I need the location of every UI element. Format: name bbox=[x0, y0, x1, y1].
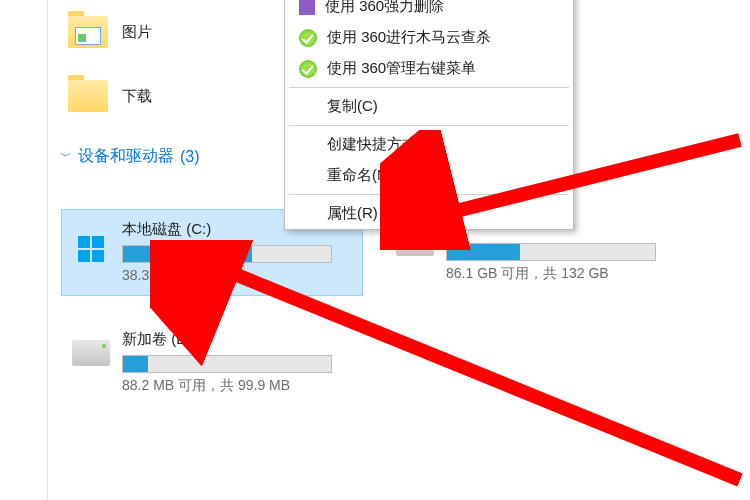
drive-usage-bar bbox=[122, 355, 332, 373]
left-rail bbox=[0, 0, 48, 500]
menu-separator bbox=[289, 194, 569, 195]
drive-info: 38.3 GB 可 bbox=[122, 267, 352, 285]
menu-label: 重命名(M) bbox=[327, 166, 395, 185]
folder-icon bbox=[68, 80, 108, 112]
drive-info: 88.2 MB 可用，共 99.9 MB bbox=[122, 377, 372, 395]
menu-label: 使用 360强力删除 bbox=[325, 0, 444, 16]
windows-icon bbox=[72, 230, 110, 268]
shred-icon bbox=[299, 0, 315, 15]
context-menu: 使用 360强力删除 使用 360进行木马云查杀 使用 360管理右键菜单 复制… bbox=[284, 0, 574, 230]
menu-label: 创建快捷方式(S) bbox=[327, 135, 437, 154]
menu-item-360-scan[interactable]: 使用 360进行木马云查杀 bbox=[285, 22, 573, 53]
section-title: 设备和驱动器 bbox=[78, 146, 174, 167]
disk-icon bbox=[72, 340, 110, 366]
drives-row-2: 新加卷 (E:) 88.2 MB 可用，共 99.9 MB bbox=[62, 320, 382, 405]
menu-item-copy[interactable]: 复制(C) bbox=[285, 91, 573, 122]
drive-usage-bar bbox=[446, 243, 656, 261]
menu-separator bbox=[289, 87, 569, 88]
menu-item-360-delete[interactable]: 使用 360强力删除 bbox=[285, 0, 573, 22]
folder-icon bbox=[68, 16, 108, 48]
section-count: (3) bbox=[180, 148, 200, 166]
drive-name: 新加卷 (E:) bbox=[122, 330, 372, 349]
menu-label: 复制(C) bbox=[327, 97, 378, 116]
menu-item-shortcut[interactable]: 创建快捷方式(S) bbox=[285, 129, 573, 160]
360-icon bbox=[299, 29, 317, 47]
menu-item-360-rightclick[interactable]: 使用 360管理右键菜单 bbox=[285, 53, 573, 84]
drive-info: 86.1 GB 可用，共 132 GB bbox=[446, 265, 676, 283]
drive-usage-bar bbox=[122, 245, 332, 263]
chevron-down-icon: ﹀ bbox=[60, 148, 72, 165]
menu-separator bbox=[289, 125, 569, 126]
360-icon bbox=[299, 60, 317, 78]
folder-label: 下载 bbox=[122, 87, 152, 106]
menu-item-rename[interactable]: 重命名(M) bbox=[285, 160, 573, 191]
menu-label: 属性(R) bbox=[327, 204, 378, 223]
disk-icon bbox=[396, 230, 434, 256]
menu-label: 使用 360管理右键菜单 bbox=[327, 59, 476, 78]
folder-label: 图片 bbox=[122, 23, 152, 42]
menu-label: 使用 360进行木马云查杀 bbox=[327, 28, 491, 47]
drive-e[interactable]: 新加卷 (E:) 88.2 MB 可用，共 99.9 MB bbox=[62, 320, 382, 405]
menu-item-properties[interactable]: 属性(R) bbox=[285, 198, 573, 229]
